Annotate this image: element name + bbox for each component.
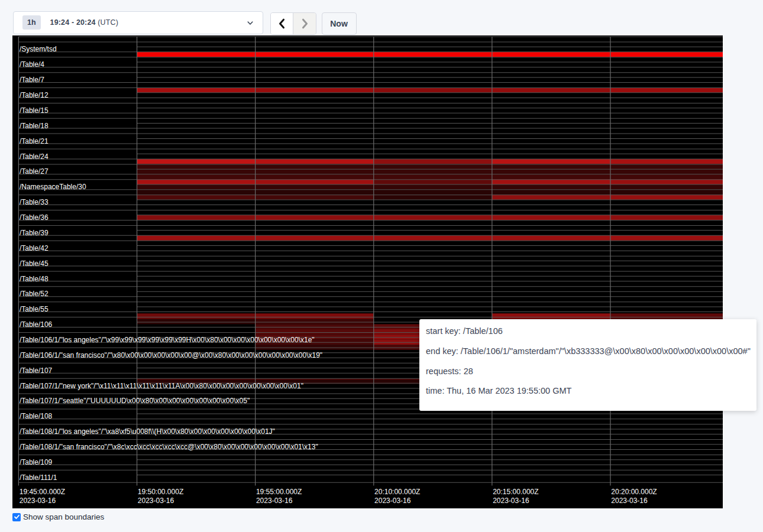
svg-text:/Table/106/1/"san francisco"/": /Table/106/1/"san francisco"/"\x80\x00\x… — [20, 351, 322, 359]
svg-text:/Table/45: /Table/45 — [20, 259, 49, 268]
svg-text:/System/tsd: /System/tsd — [20, 45, 57, 53]
svg-text:2023-03-16: 2023-03-16 — [20, 497, 56, 505]
svg-text:/Table/52: /Table/52 — [20, 290, 49, 298]
svg-text:/Table/12: /Table/12 — [20, 91, 49, 99]
svg-text:/Table/106/1/"los angeles"/"\x: /Table/106/1/"los angeles"/"\x99\x99\x99… — [20, 336, 315, 344]
svg-text:/Table/111/1: /Table/111/1 — [20, 473, 57, 482]
svg-text:2023-03-16: 2023-03-16 — [374, 497, 411, 505]
svg-text:/Table/24: /Table/24 — [20, 153, 49, 161]
svg-text:/NamespaceTable/30: /NamespaceTable/30 — [20, 183, 86, 191]
svg-text:20:10:00.000Z: 20:10:00.000Z — [374, 488, 420, 496]
svg-text:/Table/33: /Table/33 — [20, 198, 49, 206]
svg-text:/Table/4: /Table/4 — [20, 60, 44, 69]
svg-text:/Table/27: /Table/27 — [20, 167, 49, 176]
svg-text:/Table/107: /Table/107 — [20, 366, 53, 375]
svg-text:/Table/107/1/"new york"/"\x11\: /Table/107/1/"new york"/"\x11\x11\x11\x1… — [20, 382, 303, 390]
svg-text:19:55:00.000Z: 19:55:00.000Z — [256, 488, 302, 496]
svg-text:/Table/107/1/"seattle"/"UUUUUU: /Table/107/1/"seattle"/"UUUUUUD\x00\x80\… — [20, 397, 250, 405]
svg-text:/Table/7: /Table/7 — [20, 76, 44, 84]
svg-text:/Table/108: /Table/108 — [20, 412, 53, 420]
svg-text:2023-03-16: 2023-03-16 — [256, 497, 293, 505]
svg-text:2023-03-16: 2023-03-16 — [138, 497, 174, 505]
svg-text:/Table/108/1/"san francisco"/": /Table/108/1/"san francisco"/"\x8c\xcc\x… — [20, 443, 318, 451]
svg-text:/Table/18: /Table/18 — [20, 122, 49, 130]
svg-text:/Table/36: /Table/36 — [20, 213, 49, 222]
svg-text:19:50:00.000Z: 19:50:00.000Z — [138, 488, 183, 496]
svg-text:/Table/55: /Table/55 — [20, 305, 49, 313]
svg-text:/Table/106: /Table/106 — [20, 320, 53, 329]
svg-text:20:15:00.000Z: 20:15:00.000Z — [493, 488, 538, 496]
svg-text:/Table/109: /Table/109 — [20, 458, 53, 466]
svg-text:2023-03-16: 2023-03-16 — [611, 497, 648, 505]
svg-text:2023-03-16: 2023-03-16 — [493, 497, 529, 505]
svg-text:/Table/21: /Table/21 — [20, 137, 49, 145]
svg-text:/Table/108/1/"los angeles"/"\x: /Table/108/1/"los angeles"/"\xa8\xf5\u00… — [20, 427, 275, 436]
svg-text:/Table/39: /Table/39 — [20, 229, 49, 237]
svg-text:19:45:00.000Z: 19:45:00.000Z — [20, 488, 65, 496]
svg-text:/Table/48: /Table/48 — [20, 275, 49, 283]
svg-text:20:20:00.000Z: 20:20:00.000Z — [611, 488, 657, 496]
svg-text:/Table/15: /Table/15 — [20, 106, 49, 115]
svg-text:/Table/42: /Table/42 — [20, 244, 49, 252]
